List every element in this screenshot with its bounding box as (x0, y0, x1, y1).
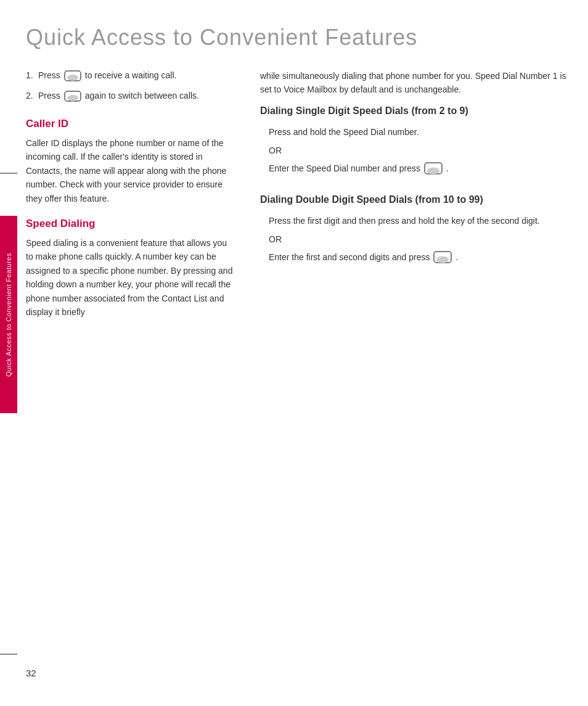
list-item: 1. Press to receive a waiting call. (26, 69, 235, 82)
speed-dialing-section: Speed Dialing Speed dialing is a conveni… (26, 218, 235, 319)
list-content: Press to receive a waiting call. (38, 69, 176, 82)
page-title: Quick Access to Convenient Features (26, 25, 568, 51)
caller-id-section: Caller ID Caller ID displays the phone n… (26, 118, 235, 205)
list-number-2: 2. (26, 89, 38, 102)
double-digit-header: Dialing Double Digit Speed Dials (from 1… (260, 193, 568, 207)
press-text-2: Press (38, 89, 60, 102)
single-digit-or: OR (260, 146, 568, 155)
svg-point-5 (427, 167, 439, 174)
double-digit-section: Dialing Double Digit Speed Dials (from 1… (260, 193, 568, 265)
page-number: 32 (26, 668, 36, 678)
list-text-2: again to switch between calls. (85, 89, 199, 102)
caller-id-body: Caller ID displays the phone number or n… (26, 136, 235, 205)
list-item: 2. Press again to switch between calls (26, 89, 235, 102)
double-digit-step1: Press the first digit and then press and… (260, 214, 568, 228)
double-digit-step2: Enter the first and second digits and pr… (260, 250, 568, 265)
phone-icon-2 (64, 90, 81, 102)
numbered-list: 1. Press to receive a waiting call. (26, 69, 235, 102)
double-digit-or: OR (260, 234, 568, 244)
side-line-top (0, 173, 17, 174)
main-content: Quick Access to Convenient Features 1. P… (26, 25, 568, 326)
caller-id-header: Caller ID (26, 118, 235, 130)
speed-dialing-body: Speed dialing is a convenient feature th… (26, 236, 235, 319)
phone-icon-single (424, 162, 443, 176)
left-column: 1. Press to receive a waiting call. (26, 69, 235, 326)
single-digit-step1: Press and hold the Speed Dial number. (260, 125, 568, 139)
side-tab: Quick Access to Convenient Features (0, 216, 17, 413)
page-container: Quick Access to Convenient Features 32 Q… (0, 0, 588, 706)
right-column: while simultaneously dialing that phone … (260, 69, 568, 326)
speed-dialing-header: Speed Dialing (26, 218, 235, 230)
right-intro-text: while simultaneously dialing that phone … (260, 69, 568, 97)
svg-point-7 (436, 256, 449, 263)
svg-point-1 (67, 75, 78, 81)
list-number: 1. (26, 69, 38, 82)
single-digit-step2: Enter the Speed Dial number and press . (260, 162, 568, 176)
side-tab-label: Quick Access to Convenient Features (5, 253, 12, 377)
phone-icon-double (433, 251, 452, 265)
list-text-1: to receive a waiting call. (85, 69, 177, 82)
side-line-bottom (0, 654, 17, 655)
single-digit-header: Dialing Single Digit Speed Dials (from 2… (260, 104, 568, 118)
list-content-2: Press again to switch between calls. (38, 89, 199, 102)
two-column-layout: 1. Press to receive a waiting call. (26, 69, 568, 326)
phone-icon-1 (64, 70, 81, 82)
single-digit-section: Dialing Single Digit Speed Dials (from 2… (260, 104, 568, 176)
svg-point-3 (67, 95, 78, 101)
press-text-1: Press (38, 69, 60, 82)
